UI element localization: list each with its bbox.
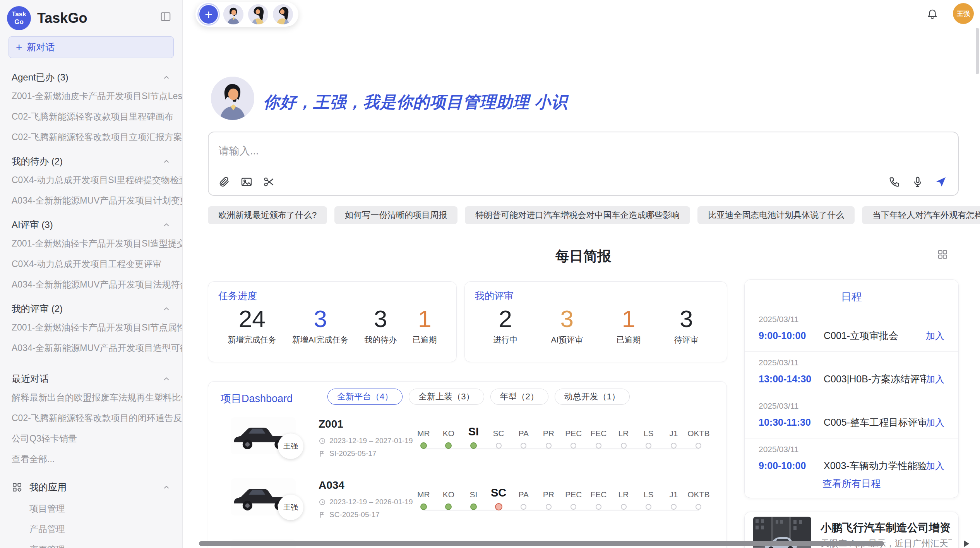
sidebar-item[interactable]: C02-飞腾新能源轻客改款项目里程碑画布 [0,106,182,127]
milestone: SI [461,480,486,520]
sidebar-item[interactable]: Z001-全新燃油皮卡产品开发项目SI节点Lesson Learn报告 [0,86,182,106]
sidebar-item[interactable]: C0X4-动力总成开发项目工程变更评审 [0,254,182,274]
sidebar-item[interactable]: A034-全新新能源MUV产品开发项目造型可行性评审 [0,338,182,358]
scissors-icon[interactable] [263,176,275,188]
stat-overdue: 1已逾期 [413,306,437,345]
sidebar-item[interactable]: A034-全新新能源MUV产品开发项目计划变更表编写 [0,190,182,211]
scroll-right-arrow[interactable] [964,540,969,547]
view-all-schedule-link[interactable]: 查看所有日程 [745,477,958,490]
milestone-active-overdue: SC [486,480,511,520]
suggestion-chip[interactable]: 如何写一份清晰的项目周报 [334,206,457,224]
recent-chat-item[interactable]: C02-飞腾新能源轻客改款项目的闭环通告反馈情况 [0,408,182,428]
sidebar-item[interactable]: C02-飞腾新能源轻客改款项目立项汇报方案 [0,127,182,147]
suggestion-chip[interactable]: 特朗普可能对进口汽车增税会对中国车企造成哪些影响 [465,206,690,224]
microphone-icon[interactable] [911,176,924,188]
suggestion-chip[interactable]: 当下年轻人对汽车外观有怎样的喜好趋势 [862,206,980,224]
project-dashboard-card: 项目Dashboard 全新平台（4） 全新上装（3） 年型（2） 动总开发（1… [208,381,727,548]
tab-model-year[interactable]: 年型（2） [490,389,548,405]
join-link[interactable]: 加入 [926,330,944,342]
dashboard-tabs: 全新平台（4） 全新上装（3） 年型（2） 动总开发（1） [327,389,630,405]
section-header-agent-done[interactable]: Agent已办 (3) [0,63,182,86]
app-item-project-mgmt[interactable]: 项目管理 [0,498,182,519]
project-milestone-tag: SC-2025-05-17 [319,510,380,519]
milestone: LS [636,419,661,459]
stat-new-done: 24新增完成任务 [228,306,276,345]
milestone-active: SI [461,419,486,459]
schedule-date: 2025/03/11 [759,401,944,411]
section-title: Agent已办 (3) [12,71,69,84]
milestone: KO [436,419,461,459]
chevron-up-icon [162,157,171,166]
suggestion-chip[interactable]: 欧洲新规最近颁布了什么? [208,206,327,224]
attachment-icon[interactable] [218,176,230,188]
schedule-item: 2025/03/11 13:00-14:30 C003|H0B-方案冻结评审 加… [745,352,958,395]
milestone-track: MR KO SI SC PA PR PEC FEC LR LS J1 OKTB [411,480,711,520]
daily-briefing-title: 每日简报 [208,247,959,266]
recent-chat-item[interactable]: 解释最新出台的欧盟报废车法规再生塑料比例被调到15%... [0,387,182,408]
project-row-z001[interactable]: 王强 Z001 2023-12-19 – 2027-01-19 SI-2025-… [208,413,726,472]
clock-icon [319,437,326,445]
add-agent-button[interactable]: + [199,4,219,24]
project-row-a034[interactable]: 王强 A034 2023-12-19 – 2026-01-19 SC-2025-… [208,474,726,533]
card-title: 任务进度 [218,289,257,302]
recent-chat-item[interactable]: 公司Q3轻卡销量 [0,428,182,449]
sidebar-collapse-icon[interactable] [159,11,172,22]
phone-call-icon[interactable] [888,176,901,188]
divider [0,475,182,475]
suggestion-chip[interactable]: 比亚迪全固态电池计划具体说了什么 [697,206,855,224]
image-icon[interactable] [240,176,253,188]
app-item-product-mgmt[interactable]: 产品管理 [0,519,182,539]
section-title: AI评审 (3) [12,219,53,231]
chevron-up-icon [162,375,171,383]
section-header-my-review[interactable]: 我的评审 (2) [0,295,182,317]
section-header-recent-chats[interactable]: 最近对话 [0,365,182,387]
milestone: LS [636,480,661,520]
stat-overdue: 1已逾期 [617,306,641,345]
recent-chats-view-all[interactable]: 查看全部... [0,449,182,469]
schedule-event-title: C001-立项审批会 [824,329,926,342]
schedule-list: 2025/03/11 9:00-10:00 C001-立项审批会 加入 2025… [745,308,958,481]
agent-avatar-2[interactable] [248,4,268,24]
join-link[interactable]: 加入 [926,416,944,429]
my-apps-header[interactable]: 我的应用 [0,476,182,498]
horizontal-scrollbar-thumb[interactable] [199,541,884,546]
news-title: 小鹏飞行汽车制造公司增资 [821,521,952,535]
user-avatar[interactable]: 王强 [953,3,974,24]
sidebar-header: Task Go TaskGo [0,0,182,35]
project-owner-badge: 王强 [278,495,303,520]
tab-all-new-body[interactable]: 全新上装（3） [409,389,484,405]
chat-input[interactable]: 请输入... [208,132,959,196]
section-header-my-todo[interactable]: 我的待办 (2) [0,147,182,170]
composer-left-icons [218,176,275,188]
new-chat-button[interactable]: + 新对话 [9,36,174,58]
schedule-date: 2025/03/11 [759,445,944,454]
join-link[interactable]: 加入 [926,460,944,472]
sidebar-item[interactable]: Z001-全新燃油轻卡产品开发项目SI节点属性5D文件评审 [0,317,182,338]
tab-all-new-platform[interactable]: 全新平台（4） [327,389,403,405]
send-icon[interactable] [935,176,947,188]
schedule-item: 2025/03/11 10:30-11:30 C005-整车工程目标评审 加入 [745,395,958,438]
layout-grid-icon[interactable] [937,248,948,260]
sidebar-item[interactable]: C0X4-动力总成开发项目SI里程碑提交物检查 [0,170,182,190]
section-header-ai-review[interactable]: AI评审 (3) [0,211,182,233]
sidebar-item[interactable]: Z001-全新燃油轻卡产品开发项目SI造型提交物评审 [0,233,182,254]
schedule-time: 10:30-11:30 [759,417,824,428]
milestone: PA [511,480,536,520]
project-milestone-tag: SI-2025-05-17 [319,449,376,458]
milestone: OKTB [686,480,711,520]
composer-right-icons [888,176,947,188]
app-item-change-mgmt[interactable]: 变更管理 [0,539,182,548]
schedule-date: 2025/03/11 [759,358,944,367]
chevron-up-icon [162,483,171,491]
agent-avatar-1[interactable] [223,4,243,24]
stat-in-progress: 2进行中 [493,306,517,345]
agent-avatar-3[interactable] [273,4,293,24]
vertical-scrollbar[interactable] [976,28,979,74]
join-link[interactable]: 加入 [926,373,944,385]
divider [0,364,182,364]
schedule-item: 2025/03/11 9:00-10:00 X003-车辆动力学性能验... 加… [745,438,958,481]
notifications-bell-icon[interactable] [927,9,938,20]
sidebar-item[interactable]: A034-全新新能源MUV产品开发项目法规符合性评审 [0,274,182,295]
tab-powertrain-dev[interactable]: 动总开发（1） [555,389,630,405]
assistant-avatar [211,77,254,120]
